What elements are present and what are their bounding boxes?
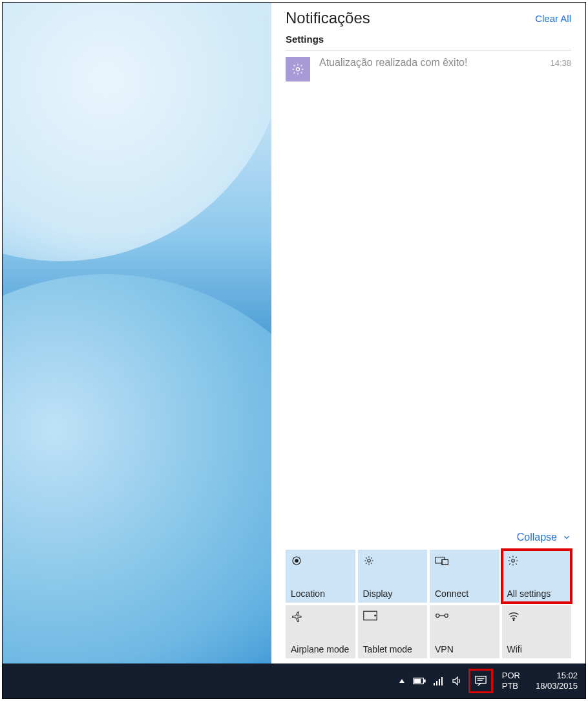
tile-label: All settings — [507, 588, 567, 599]
svg-rect-16 — [414, 679, 420, 682]
vpn-icon — [435, 610, 449, 621]
wifi-icon — [507, 610, 520, 621]
tile-label: Location — [291, 588, 350, 599]
clock[interactable]: 15:02 18/03/2015 — [536, 671, 578, 691]
svg-point-2 — [295, 559, 299, 563]
svg-rect-18 — [436, 681, 437, 685]
system-tray — [399, 670, 492, 692]
tile-connect[interactable]: Connect — [430, 550, 499, 603]
svg-point-0 — [297, 68, 300, 71]
tile-label: Connect — [435, 588, 494, 599]
lang-primary: POR — [502, 671, 520, 681]
svg-marker-21 — [453, 677, 457, 685]
tile-label: Airplane mode — [291, 644, 350, 654]
language-indicator[interactable]: POR PTB — [502, 671, 520, 691]
tile-vpn[interactable]: VPN — [430, 605, 499, 658]
clock-date: 18/03/2015 — [536, 681, 578, 691]
svg-point-9 — [374, 615, 375, 616]
svg-rect-15 — [424, 680, 425, 682]
network-icon[interactable] — [434, 676, 444, 685]
desktop-wallpaper — [3, 3, 271, 665]
clock-time: 15:02 — [556, 671, 578, 681]
tile-label: Tablet mode — [363, 644, 423, 654]
collapse-label: Collapse — [517, 532, 557, 543]
airplane-icon — [291, 610, 304, 622]
connect-icon — [435, 555, 449, 566]
tile-airplane-mode[interactable]: Airplane mode — [286, 605, 355, 658]
tablet-icon — [363, 610, 377, 621]
lang-secondary: PTB — [502, 681, 518, 691]
notification-text: Atualização realizada com êxito! — [319, 57, 467, 69]
svg-marker-13 — [399, 679, 404, 683]
svg-rect-17 — [434, 683, 435, 685]
tile-display[interactable]: Display — [358, 550, 428, 603]
action-center-icon — [474, 675, 487, 687]
chevron-down-icon — [562, 533, 571, 542]
notification-time: 14:38 — [550, 58, 571, 68]
svg-rect-20 — [441, 677, 443, 685]
svg-rect-19 — [439, 679, 440, 685]
taskbar: POR PTB 15:02 18/03/2015 — [3, 663, 585, 698]
clear-all-button[interactable]: Clear All — [535, 13, 571, 24]
tile-wifi[interactable]: Wifi — [502, 605, 572, 658]
tile-all-settings[interactable]: All settings — [502, 550, 572, 603]
svg-point-10 — [436, 614, 439, 617]
battery-icon[interactable] — [413, 677, 426, 685]
action-center-button[interactable] — [470, 670, 492, 692]
notification-item[interactable]: Atualização realizada com êxito! 14:38 — [271, 50, 585, 88]
svg-point-7 — [511, 559, 514, 563]
svg-rect-22 — [476, 676, 486, 684]
tile-location[interactable]: Location — [286, 550, 355, 603]
section-header-settings: Settings — [271, 31, 585, 50]
svg-rect-5 — [442, 559, 448, 565]
brightness-icon — [363, 555, 375, 566]
gear-icon — [286, 57, 310, 81]
panel-title: Notificações — [286, 9, 370, 27]
tile-label: Display — [363, 588, 423, 599]
tile-tablet-mode[interactable]: Tablet mode — [358, 605, 428, 658]
tile-label: VPN — [435, 644, 494, 654]
svg-point-11 — [445, 614, 448, 617]
collapse-button[interactable]: Collapse — [271, 528, 585, 550]
action-center-panel: Notificações Clear All Settings Atualiza… — [271, 3, 585, 665]
svg-point-12 — [513, 620, 514, 621]
quick-action-tiles: Location Display Connect All settings Ai… — [271, 550, 585, 665]
gear-icon — [507, 555, 519, 566]
volume-icon[interactable] — [452, 676, 462, 686]
tile-label: Wifi — [507, 644, 567, 654]
show-hidden-icons[interactable] — [399, 678, 405, 684]
svg-point-3 — [367, 559, 370, 563]
location-icon — [291, 555, 302, 566]
